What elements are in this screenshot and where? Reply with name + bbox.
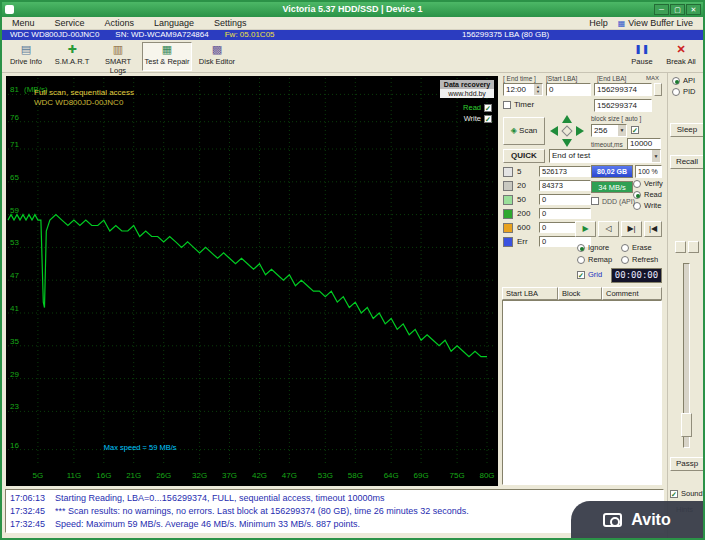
control-panel: [ End time ] [Start LBA] [End LBA] MAX 1…: [499, 73, 665, 489]
recall-button[interactable]: Recall: [670, 155, 704, 169]
drive-info-button[interactable]: ▤ Drive Info: [4, 42, 48, 71]
small-button-left[interactable]: [675, 241, 686, 253]
menu-item-language[interactable]: Language: [144, 18, 204, 28]
svg-text:32G: 32G: [192, 471, 207, 480]
end-time-spinner[interactable]: ▲▼: [534, 84, 542, 95]
mode-write-radio[interactable]: Write: [633, 201, 661, 210]
start-lba-input[interactable]: 0: [546, 83, 591, 96]
read-checkbox-row: Read ✓: [463, 103, 492, 112]
timer-value-field[interactable]: 156299374: [594, 99, 652, 112]
direction-up-icon[interactable]: [562, 115, 572, 123]
menu-item-help[interactable]: Help: [579, 18, 618, 28]
action-remap-radio[interactable]: Remap: [577, 255, 612, 264]
hddby-watermark-line1: Data recovery: [440, 80, 494, 89]
small-button-right[interactable]: [688, 241, 699, 253]
menu-item-actions[interactable]: Actions: [95, 18, 145, 28]
defect-table-body[interactable]: [502, 300, 662, 485]
read-label: Read: [463, 103, 481, 112]
svg-text:37G: 37G: [222, 471, 237, 480]
refresh-radio-icon: [621, 256, 629, 264]
disk-editor-label: Disk Editor: [199, 57, 235, 66]
step-back-button[interactable]: ◁: [598, 221, 619, 237]
col-comment[interactable]: Comment: [602, 287, 662, 300]
event-log: 17:06:13Starting Reading, LBA=0...156299…: [5, 489, 664, 533]
ddd-checkbox[interactable]: [591, 197, 599, 205]
action-refresh-radio[interactable]: Refresh: [621, 255, 658, 264]
menu-item-view-buffer[interactable]: View Buffer Live: [628, 18, 703, 28]
vertical-slider-thumb[interactable]: [681, 413, 692, 437]
grid-checkbox[interactable]: ✓: [577, 271, 585, 279]
timer-label: Timer: [514, 100, 534, 109]
action-ignore-radio[interactable]: Ignore: [577, 243, 609, 252]
pause-label: Pause: [631, 57, 652, 66]
svg-text:23: 23: [10, 402, 19, 411]
end-action-select[interactable]: End of test ▼: [549, 149, 661, 163]
graph-title: Full scan, sequential access: [34, 88, 134, 97]
svg-text:47: 47: [10, 271, 19, 280]
menu-item-menu[interactable]: Menu: [2, 18, 45, 28]
sound-label: Sound: [681, 489, 703, 498]
col-start-lba[interactable]: Start LBA: [502, 287, 558, 300]
mode-verify-radio[interactable]: Verify: [633, 179, 663, 188]
mode-read-radio[interactable]: Read: [633, 190, 662, 199]
legend-count-5: 526173: [539, 166, 591, 177]
smart-logs-button[interactable]: ▥ SMART Logs: [96, 42, 140, 71]
minimize-button[interactable]: ─: [654, 4, 669, 15]
end-time-input[interactable]: 12:00 ▲▼: [503, 83, 543, 96]
smart-label: S.M.A.R.T: [55, 57, 90, 66]
sound-checkbox[interactable]: ✓: [670, 490, 678, 498]
camera-icon: [603, 513, 622, 527]
direction-center-icon: [561, 125, 572, 136]
break-all-button[interactable]: ✕ Break All: [662, 42, 700, 71]
grid-checkbox-row[interactable]: ✓ Grid: [577, 270, 602, 279]
write-checkbox-row: Write ✓: [464, 114, 492, 123]
skip-back-button[interactable]: |◀: [644, 221, 662, 237]
end-action-dropdown-icon[interactable]: ▼: [652, 150, 660, 162]
smart-button[interactable]: ✚ S.M.A.R.T: [50, 42, 94, 71]
menu-item-service[interactable]: Service: [45, 18, 95, 28]
pid-radio-icon: [672, 88, 680, 96]
max-lba-button[interactable]: [654, 83, 662, 96]
block-size-select[interactable]: 256 ▼: [591, 124, 627, 137]
scan-button[interactable]: ◈ Scan: [503, 117, 545, 145]
read-checkbox[interactable]: ✓: [484, 104, 492, 112]
svg-text:69G: 69G: [414, 471, 429, 480]
smart-logs-label: SMART Logs: [105, 57, 131, 75]
passp-button[interactable]: Passp: [670, 457, 704, 471]
sound-checkbox-row[interactable]: ✓ Sound: [670, 489, 703, 498]
ddd-label: DDD (API): [602, 198, 635, 205]
write-checkbox[interactable]: ✓: [484, 115, 492, 123]
disk-editor-button[interactable]: ▩ Disk Editor: [195, 42, 239, 71]
quick-button[interactable]: QUICK: [503, 149, 545, 163]
direction-right-icon[interactable]: [576, 126, 584, 136]
skip-forward-button[interactable]: ▶|: [621, 221, 642, 237]
direction-left-icon[interactable]: [550, 126, 558, 136]
maximize-button[interactable]: ▢: [670, 4, 685, 15]
drive-info-icon: ▤: [5, 43, 47, 57]
progress-percent: 100 %: [635, 165, 662, 178]
log-text: Speed: Maximum 59 MB/s. Average 46 MB/s.…: [55, 519, 360, 529]
timer-checkbox[interactable]: [503, 101, 511, 109]
test-repair-button[interactable]: ▦ Test & Repair: [142, 42, 192, 71]
legend-row-200: 200 0: [503, 208, 591, 219]
ddd-checkbox-row[interactable]: DDD (API): [591, 197, 635, 205]
start-test-button[interactable]: ▶: [575, 221, 596, 237]
direction-down-icon[interactable]: [562, 139, 572, 147]
current-speed: 34 MB/s: [591, 181, 633, 193]
action-erase-radio[interactable]: Erase: [621, 243, 652, 252]
pid-radio[interactable]: PID: [672, 87, 696, 96]
legend-swatch-5: [503, 167, 513, 177]
block-size-dropdown-icon[interactable]: ▼: [618, 125, 626, 136]
api-radio[interactable]: API: [672, 76, 695, 85]
svg-text:21G: 21G: [126, 471, 141, 480]
close-button[interactable]: ✕: [686, 4, 701, 15]
log-timestamp: 17:32:45: [10, 519, 45, 529]
col-block[interactable]: Block: [558, 287, 602, 300]
pause-button[interactable]: ❚❚ Pause: [626, 42, 658, 71]
menu-item-settings[interactable]: Settings: [204, 18, 257, 28]
sleep-button[interactable]: Sleep: [670, 123, 704, 137]
block-size-auto-checkbox[interactable]: ✓: [631, 126, 639, 134]
end-lba-input[interactable]: 156299374: [594, 83, 652, 96]
log-timestamp: 17:06:13: [10, 493, 45, 503]
block-size-value: 256: [594, 126, 607, 135]
